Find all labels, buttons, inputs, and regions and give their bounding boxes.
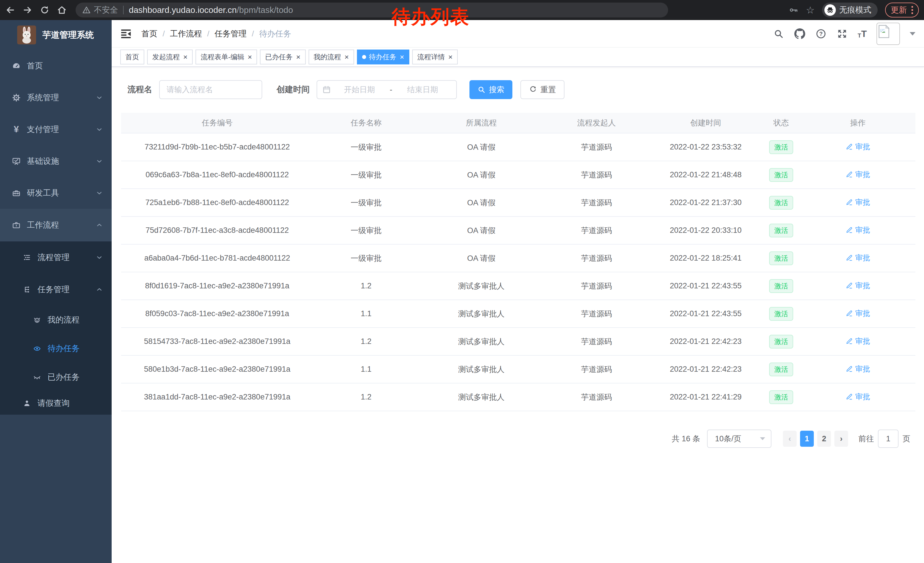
- address-bar[interactable]: 不安全 dashboard.yudao.iocoder.cn/bpm/task/…: [76, 3, 668, 18]
- approve-link[interactable]: 审批: [846, 364, 870, 374]
- search-button[interactable]: 搜索: [470, 80, 512, 99]
- tab[interactable]: 已办任务 ×: [260, 50, 305, 65]
- sidebar-item-home[interactable]: 首页: [0, 50, 112, 82]
- edit-pencil-icon: [846, 365, 853, 372]
- table-row: 8f0d1619-7ac8-11ec-a9e2-a2380e71991a 1.2…: [121, 272, 915, 300]
- edit-pencil-icon: [846, 309, 853, 317]
- kebab-menu-icon[interactable]: [911, 6, 913, 14]
- start-date-placeholder: 开始日期: [331, 84, 388, 95]
- chevron-down-icon[interactable]: [910, 32, 915, 36]
- sidebar-item-process-mgmt[interactable]: 流程管理: [0, 242, 112, 273]
- goto-page-input[interactable]: [878, 429, 898, 448]
- github-icon[interactable]: [794, 28, 806, 39]
- reload-icon[interactable]: [39, 5, 50, 15]
- date-range-picker[interactable]: 开始日期 - 结束日期: [316, 80, 457, 99]
- edit-pencil-icon: [846, 198, 853, 206]
- starter-cell: 芋道源码: [544, 198, 649, 208]
- avatar[interactable]: [876, 23, 900, 45]
- approve-link[interactable]: 审批: [846, 225, 870, 235]
- reset-button[interactable]: 重置: [520, 80, 564, 99]
- robot-icon: [32, 316, 42, 324]
- next-page-button[interactable]: ›: [834, 431, 848, 447]
- page-button-1[interactable]: 1: [800, 431, 814, 447]
- page-size-select[interactable]: 10条/页: [707, 429, 771, 448]
- create-time-cell: 2022-01-21 22:42:23: [649, 365, 762, 374]
- action-cell: 审批: [800, 364, 915, 375]
- approve-link[interactable]: 审批: [846, 253, 870, 263]
- sidebar-item-workflow[interactable]: 工作流程: [0, 209, 112, 242]
- table-header: 任务编号 任务名称 所属流程 流程发起人 创建时间 状态 操作: [121, 113, 915, 134]
- approve-link[interactable]: 审批: [846, 308, 870, 318]
- table-row: 75d72608-7b7f-11ec-a3c8-acde48001122 一级审…: [121, 217, 915, 245]
- approve-link[interactable]: 审批: [846, 170, 870, 180]
- font-size-icon[interactable]: TT: [858, 29, 867, 38]
- approve-link[interactable]: 审批: [846, 281, 870, 291]
- toolbox-icon: [12, 189, 21, 197]
- sidebar-item-leave-query[interactable]: 请假查询: [0, 392, 112, 415]
- end-date-placeholder: 结束日期: [394, 84, 452, 95]
- status-badge: 激活: [769, 224, 793, 237]
- task-name-cell: 1.2: [314, 337, 419, 346]
- sidebar-item-done-tasks[interactable]: 已办任务: [0, 363, 112, 392]
- app-title: 芋道管理系统: [42, 29, 94, 41]
- approve-link[interactable]: 审批: [846, 142, 870, 152]
- chevron-down-icon: [96, 158, 103, 165]
- approve-link[interactable]: 审批: [846, 336, 870, 346]
- app-logo-row[interactable]: 芋道管理系统: [0, 20, 112, 50]
- page-button-2[interactable]: 2: [817, 431, 831, 447]
- status-cell: 激活: [762, 363, 800, 376]
- action-cell: 审批: [800, 170, 915, 180]
- status-badge: 激活: [769, 390, 793, 404]
- sidebar-item-my-process[interactable]: 我的流程: [0, 306, 112, 334]
- tab-close-icon[interactable]: ×: [296, 53, 300, 61]
- tab[interactable]: 发起流程 ×: [147, 50, 193, 65]
- home-icon[interactable]: [57, 5, 67, 15]
- sidebar-item-label: 待办任务: [48, 343, 80, 354]
- sidebar-item-todo-tasks[interactable]: 待办任务: [0, 334, 112, 363]
- sidebar-item-task-mgmt[interactable]: 任务管理: [0, 273, 112, 306]
- sidebar-item-infra[interactable]: 基础设施: [0, 145, 112, 177]
- sidebar-collapse-icon[interactable]: [120, 28, 132, 39]
- goto-label: 前往: [858, 434, 874, 444]
- status-cell: 激活: [762, 251, 800, 265]
- process-name-input[interactable]: [159, 80, 262, 99]
- breadcrumb-item[interactable]: 工作流程: [170, 29, 202, 39]
- tab[interactable]: 我的流程 ×: [309, 50, 354, 65]
- column-header: 任务编号: [121, 118, 314, 128]
- search-icon[interactable]: [773, 28, 784, 39]
- bookmark-star-icon[interactable]: ☆: [806, 5, 814, 15]
- starter-cell: 芋道源码: [544, 225, 649, 236]
- sidebar-item-devtools[interactable]: 研发工具: [0, 177, 112, 209]
- starter-cell: 芋道源码: [544, 309, 649, 319]
- prev-page-button[interactable]: ‹: [783, 431, 796, 447]
- process-cell: 测试多审批人: [419, 309, 544, 319]
- fullscreen-icon[interactable]: [836, 28, 848, 39]
- tab-close-icon[interactable]: ×: [400, 53, 404, 61]
- approve-link[interactable]: 审批: [846, 197, 870, 207]
- breadcrumb-item[interactable]: 任务管理: [214, 29, 247, 39]
- tab[interactable]: 流程详情 ×: [412, 50, 458, 65]
- tab-close-icon[interactable]: ×: [345, 53, 349, 61]
- key-icon[interactable]: [788, 5, 799, 15]
- tab-close-icon[interactable]: ×: [448, 53, 453, 61]
- approve-link[interactable]: 审批: [846, 392, 870, 402]
- sidebar-item-label: 我的流程: [48, 314, 80, 325]
- tab[interactable]: 待办任务 ×: [357, 50, 410, 65]
- forward-icon[interactable]: [22, 5, 33, 15]
- action-cell: 审批: [800, 392, 915, 402]
- back-icon[interactable]: [5, 5, 15, 15]
- status-badge: 激活: [769, 335, 793, 348]
- tab[interactable]: 流程表单-编辑 ×: [195, 50, 257, 65]
- column-header: 所属流程: [419, 118, 544, 128]
- browser-update-button[interactable]: 更新: [885, 3, 919, 18]
- tab-close-icon[interactable]: ×: [248, 53, 252, 61]
- help-icon[interactable]: ?: [815, 28, 826, 39]
- edit-pencil-icon: [846, 254, 853, 261]
- sidebar-item-system[interactable]: 系统管理: [0, 82, 112, 113]
- breadcrumb-item[interactable]: 首页: [141, 29, 158, 39]
- tab[interactable]: 首页: [120, 50, 144, 65]
- incognito-badge[interactable]: 无痕模式: [822, 3, 878, 18]
- sidebar-item-payment[interactable]: ¥ 支付管理: [0, 113, 112, 145]
- table-row: a6aba0a4-7b6d-11ec-b781-acde48001122 一级审…: [121, 245, 915, 272]
- tab-close-icon[interactable]: ×: [183, 53, 188, 61]
